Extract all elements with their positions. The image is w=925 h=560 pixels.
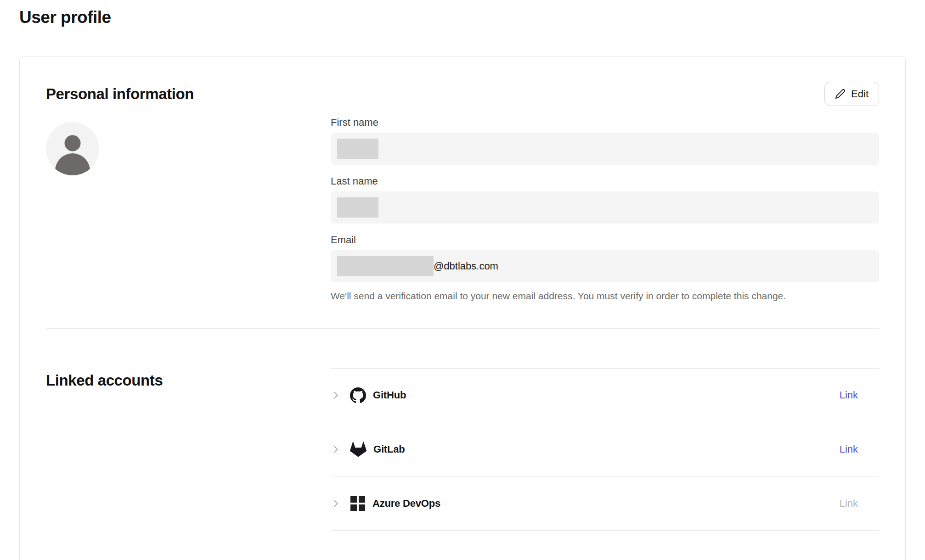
first-name-input: [331, 133, 879, 165]
linked-accounts-section: Linked accounts GitHub Link: [46, 329, 879, 531]
personal-info-body: First name Last name Email @dbtlabs.com …: [46, 116, 879, 302]
linked-accounts-list: GitHub Link GitLab Link: [331, 368, 879, 531]
chevron-right-icon[interactable]: [331, 390, 341, 400]
last-name-label: Last name: [331, 175, 879, 188]
last-name-field-block: Last name: [331, 175, 879, 224]
pencil-icon: [835, 89, 846, 99]
account-name: GitHub: [373, 389, 406, 401]
github-icon: [350, 387, 366, 403]
page-title: User profile: [19, 8, 111, 27]
azure-devops-icon: [350, 496, 366, 511]
redacted-value: [337, 139, 378, 159]
email-label: Email: [331, 234, 879, 246]
first-name-field-block: First name: [331, 116, 879, 165]
email-field-block: Email @dbtlabs.com We'll send a verifica…: [331, 234, 879, 302]
avatar: [46, 116, 331, 302]
redacted-value: [337, 256, 434, 276]
azure-devops-link-action: Link: [840, 498, 858, 510]
account-name: GitLab: [373, 443, 405, 455]
last-name-input: [331, 191, 879, 224]
github-link-action[interactable]: Link: [840, 389, 858, 401]
email-helper-text: We'll send a verification email to your …: [331, 291, 879, 302]
person-icon: [46, 122, 99, 175]
chevron-right-icon[interactable]: [331, 498, 341, 509]
chevron-right-icon[interactable]: [331, 444, 341, 454]
linked-account-row-azure-devops[interactable]: Azure DevOps Link: [331, 476, 879, 531]
gitlab-icon: [350, 441, 367, 458]
email-domain-text: @dbtlabs.com: [434, 260, 498, 272]
first-name-label: First name: [331, 116, 879, 129]
redacted-value: [337, 197, 378, 218]
personal-fields: First name Last name Email @dbtlabs.com …: [331, 116, 879, 302]
linked-account-row-github[interactable]: GitHub Link: [331, 368, 879, 422]
gitlab-link-action[interactable]: Link: [840, 443, 858, 455]
profile-card: Personal information Edit: [19, 56, 906, 560]
edit-button-label: Edit: [851, 88, 869, 100]
personal-info-heading: Personal information: [46, 85, 194, 103]
email-input: @dbtlabs.com: [331, 250, 879, 282]
linked-account-row-gitlab[interactable]: GitLab Link: [331, 422, 879, 476]
edit-button[interactable]: Edit: [824, 82, 879, 106]
page-header: User profile: [0, 0, 925, 35]
personal-info-header: Personal information Edit: [46, 82, 879, 106]
account-name: Azure DevOps: [372, 498, 440, 510]
linked-accounts-heading: Linked accounts: [46, 372, 331, 531]
